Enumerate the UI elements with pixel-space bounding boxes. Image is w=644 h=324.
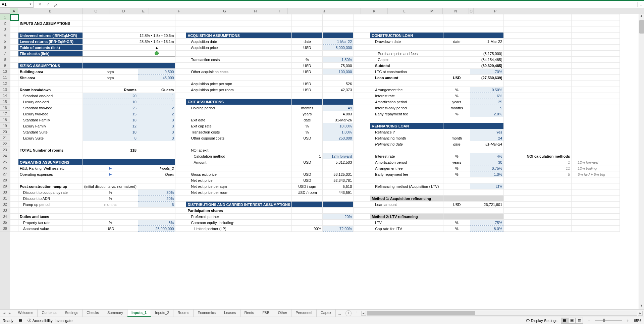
cell-G11[interactable] — [292, 75, 323, 81]
cell-C29[interactable]: (initial discounts vs. normalized) — [83, 183, 138, 190]
cell-L6[interactable] — [470, 45, 504, 51]
cell-I17[interactable] — [354, 111, 370, 117]
cell-G21[interactable]: USD — [292, 135, 323, 141]
column-header-L[interactable]: L — [388, 8, 421, 14]
cell-G36[interactable]: 90% — [292, 226, 323, 232]
cell-C36[interactable]: USD — [83, 226, 138, 232]
cell-L4[interactable] — [470, 33, 504, 39]
column-header-G[interactable]: G — [209, 8, 240, 14]
cell-C31[interactable]: % — [83, 196, 138, 202]
cell-E16[interactable] — [175, 105, 186, 111]
cell-J7[interactable]: Purchase price and fees — [370, 51, 443, 57]
cell-J25[interactable]: Amortization period — [370, 159, 443, 165]
cell-O29[interactable] — [572, 183, 576, 190]
cell-F4[interactable]: ACQUISITION ASSUMPTIONS — [186, 33, 292, 39]
cell-N16[interactable] — [525, 105, 572, 111]
cell-N22[interactable] — [525, 141, 572, 147]
cell-K6[interactable] — [443, 45, 470, 51]
cell-F35[interactable]: Common equity, including: — [186, 220, 292, 226]
cell-F17[interactable] — [186, 111, 292, 117]
cell-E21[interactable] — [175, 135, 186, 141]
cell-J15[interactable]: Amortization period — [370, 99, 443, 105]
cell-D23[interactable] — [138, 147, 175, 153]
cell-L13[interactable]: 0.50% — [470, 87, 504, 93]
cell-L22[interactable]: 31-Mar-24 — [470, 141, 504, 147]
row-header-22[interactable]: 22 — [0, 141, 10, 147]
column-header-D[interactable]: D — [109, 8, 138, 14]
cell-J21[interactable]: Refinancing month — [370, 135, 443, 141]
cell-D27[interactable]: Opex — [138, 171, 175, 177]
cell-I23[interactable] — [354, 147, 370, 153]
cell-P22[interactable] — [576, 141, 620, 147]
cell-N32[interactable] — [525, 202, 572, 208]
cell-K1[interactable] — [443, 14, 470, 20]
cell-N35[interactable] — [525, 220, 572, 226]
cell-G28[interactable]: USD — [292, 177, 323, 183]
cells-area[interactable]: INPUTS AND ASSUMPTIONSUnlevered returns … — [10, 14, 644, 309]
cell-H27[interactable]: 53,125,031 — [323, 171, 354, 177]
cell-F32[interactable]: DISTRIBUTIONS AND CARRIED INTEREST ASSUM… — [186, 202, 292, 208]
cell-M3[interactable] — [504, 26, 525, 33]
cell-M21[interactable] — [504, 135, 525, 141]
cell-A31[interactable] — [10, 196, 18, 202]
cell-D22[interactable] — [138, 141, 175, 147]
cell-E36[interactable] — [175, 226, 186, 232]
cell-H2[interactable] — [323, 20, 354, 26]
cell-P1[interactable] — [576, 14, 620, 20]
cell-H8[interactable]: 1.50% — [323, 57, 354, 63]
cell-K7[interactable] — [443, 51, 470, 57]
cell-O20[interactable] — [572, 129, 576, 135]
cell-P33[interactable] — [576, 208, 620, 214]
row-header-32[interactable]: 32 — [0, 201, 10, 207]
cell-F2[interactable] — [186, 20, 292, 26]
cell-K16[interactable]: months — [443, 105, 470, 111]
cell-B27[interactable]: Operating expenses — [18, 171, 83, 177]
cell-E14[interactable] — [175, 93, 186, 99]
cell-A1[interactable] — [10, 14, 18, 20]
cell-L34[interactable] — [470, 214, 504, 220]
zoom-slider[interactable] — [595, 320, 622, 321]
cell-P3[interactable] — [576, 26, 620, 33]
cell-J36[interactable]: Cap rate for LTV — [370, 226, 443, 232]
cell-N21[interactable] — [525, 135, 572, 141]
cell-J35[interactable]: LTV — [370, 220, 443, 226]
cell-O27[interactable] — [572, 171, 576, 177]
column-header-N[interactable]: N — [443, 8, 469, 14]
cell-J4[interactable]: CONSTRUCTION LOAN — [370, 33, 443, 39]
cell-A30[interactable] — [10, 190, 18, 196]
cell-I6[interactable] — [354, 45, 370, 51]
row-header-19[interactable]: 19 — [0, 123, 10, 129]
cell-C6[interactable] — [83, 45, 138, 51]
cell-H33[interactable] — [323, 208, 354, 214]
cell-M12[interactable] — [504, 81, 525, 87]
cell-G26[interactable] — [292, 165, 323, 171]
cell-E35[interactable] — [175, 220, 186, 226]
cell-H15[interactable] — [323, 99, 354, 105]
cell-D30[interactable]: 30% — [138, 190, 175, 196]
cell-J33[interactable] — [370, 208, 443, 214]
cell-D16[interactable]: 2 — [138, 105, 175, 111]
row-header-16[interactable]: 16 — [0, 105, 10, 111]
accessibility-button[interactable]: ⓘ Accessibility: Investigate — [28, 318, 72, 323]
cell-G25[interactable]: USD — [292, 159, 323, 165]
view-normal-button[interactable]: ▦ — [561, 318, 568, 324]
cell-F31[interactable] — [186, 196, 292, 202]
cell-H3[interactable] — [323, 26, 354, 33]
cell-H23[interactable] — [323, 147, 354, 153]
cell-L9[interactable]: (39,329,485) — [470, 63, 504, 69]
cell-G30[interactable]: USD / room — [292, 190, 323, 196]
cell-G32[interactable] — [292, 202, 323, 208]
cell-N24[interactable]: NOI calculation methods — [525, 153, 572, 159]
cell-O7[interactable] — [572, 51, 576, 57]
row-header-33[interactable]: 33 — [0, 207, 10, 213]
cell-L15[interactable]: 25 — [470, 99, 504, 105]
cell-G7[interactable] — [292, 51, 323, 57]
cell-A21[interactable] — [10, 135, 18, 141]
cell-L29[interactable]: LTV — [470, 183, 504, 190]
cell-L27[interactable]: 1.0% — [470, 171, 504, 177]
cell-M1[interactable] — [504, 14, 525, 20]
cell-P20[interactable] — [576, 129, 620, 135]
cell-B26[interactable]: F&B, Parking, Wellness etc. — [18, 165, 83, 171]
row-header-3[interactable]: 3 — [0, 26, 10, 32]
cell-O13[interactable] — [572, 87, 576, 93]
